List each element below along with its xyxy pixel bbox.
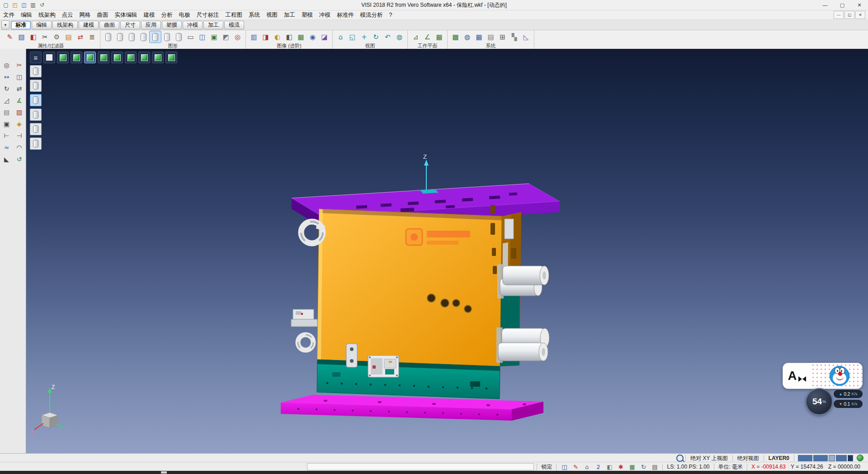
ribbon-icon-draft-check[interactable]: ▭ bbox=[185, 31, 196, 43]
view-icon-view-right[interactable] bbox=[98, 52, 109, 63]
ribbon-icon-filter-list[interactable]: ≣ bbox=[86, 31, 98, 43]
tool-icon-extend[interactable]: ⊣ bbox=[14, 130, 25, 141]
tab-standard[interactable]: 标准 bbox=[11, 21, 31, 29]
tool-icon-move[interactable]: ↔ bbox=[1, 71, 12, 82]
guide-cylinders-lower[interactable] bbox=[496, 327, 549, 363]
battery-percent-badge[interactable]: 54% bbox=[806, 388, 833, 415]
limit-strip[interactable] bbox=[346, 344, 357, 367]
status-icon-help-2[interactable]: 2 bbox=[594, 463, 602, 471]
tool-icon-chamfer[interactable]: ◣ bbox=[1, 154, 12, 165]
ribbon-icon-workplane-create[interactable]: ⊿ bbox=[410, 31, 421, 43]
viewport-canvas[interactable]: Z bbox=[0, 49, 868, 453]
ribbon-icon-shaded-edges[interactable] bbox=[150, 31, 161, 43]
style-icon-vp-style-5[interactable] bbox=[30, 123, 42, 135]
status-icon-save-status[interactable]: ◫ bbox=[560, 463, 568, 471]
menu-item-mold[interactable]: 塑模 bbox=[298, 11, 316, 19]
view-icon-view-front[interactable] bbox=[57, 52, 69, 63]
latch-assembly-left[interactable] bbox=[291, 309, 317, 350]
prompt-field[interactable] bbox=[307, 463, 534, 470]
color-swatch-swatch-1[interactable] bbox=[798, 455, 812, 461]
ribbon-icon-pan[interactable]: + bbox=[359, 31, 370, 43]
menu-item-file[interactable]: 文件 bbox=[0, 11, 18, 19]
layer-cell[interactable]: LAYER0 bbox=[764, 455, 794, 461]
mdi-close-button[interactable]: ✕ bbox=[855, 11, 865, 19]
ribbon-icon-filter-faces[interactable]: ▧ bbox=[16, 31, 27, 43]
ribbon-icon-filter-solids[interactable]: ◧ bbox=[28, 31, 39, 43]
ribbon-icon-dynamic-view[interactable]: ◍ bbox=[394, 31, 405, 43]
tool-icon-scale[interactable]: ◿ bbox=[1, 95, 12, 106]
ribbon-icon-workplane-align[interactable]: ∠ bbox=[422, 31, 433, 43]
view-icon-view-menu[interactable]: ≡ bbox=[30, 52, 42, 63]
tab-wireframe[interactable]: 线架构 bbox=[52, 21, 78, 29]
search-icon[interactable] bbox=[676, 455, 684, 462]
mold-bottom-plate[interactable] bbox=[281, 395, 543, 421]
mold-core-plate[interactable] bbox=[317, 360, 500, 399]
ribbon-icon-sys-calc[interactable]: ⊞ bbox=[497, 31, 508, 43]
viewport[interactable]: Z bbox=[0, 49, 868, 453]
ribbon-icon-wireframe-mode[interactable] bbox=[103, 31, 114, 43]
ribbon-icon-hidden-line[interactable] bbox=[114, 31, 126, 43]
tool-icon-attributes-tool[interactable]: ▨ bbox=[14, 107, 25, 118]
menu-item-mesh[interactable]: 网格 bbox=[76, 11, 94, 19]
style-icon-vp-style-6[interactable] bbox=[30, 137, 42, 150]
tab-flow[interactable]: 模流 bbox=[224, 21, 244, 29]
ribbon-icon-snapshot[interactable]: ◪ bbox=[319, 31, 330, 43]
status-icon-table-status[interactable]: ▤ bbox=[651, 463, 659, 471]
ribbon-icon-reflect[interactable]: ◎ bbox=[232, 31, 243, 43]
view-icon-view-iso-2[interactable] bbox=[138, 52, 150, 63]
qat-icon-plot[interactable]: ▥ bbox=[29, 1, 37, 9]
minimize-button[interactable]: — bbox=[816, 0, 834, 10]
status-icon-home-status[interactable]: ⌂ bbox=[583, 463, 591, 471]
ribbon-icon-zoom-window[interactable]: ◱ bbox=[347, 31, 358, 43]
menu-item-view[interactable]: 视图 bbox=[263, 11, 281, 19]
tab-dimension[interactable]: 尺寸 bbox=[120, 21, 140, 29]
tool-icon-copy[interactable]: ◫ bbox=[14, 71, 25, 82]
tool-icon-group[interactable]: ▣ bbox=[1, 118, 12, 129]
style-icon-vp-style-4[interactable] bbox=[30, 109, 42, 121]
menu-item-edit[interactable]: 编辑 bbox=[18, 11, 35, 19]
view-icon-view-left[interactable] bbox=[71, 52, 82, 63]
ribbon-icon-filter-layers[interactable]: ▤ bbox=[63, 31, 74, 43]
menu-item-help[interactable]: ? bbox=[386, 11, 396, 19]
tab-application[interactable]: 应用 bbox=[141, 21, 161, 29]
color-swatch-swatch-2[interactable] bbox=[813, 455, 828, 461]
tab-modeling[interactable]: 建模 bbox=[79, 21, 99, 29]
tab-edit[interactable]: 编辑 bbox=[32, 21, 52, 29]
ribbon-icon-zebra[interactable]: ◩ bbox=[220, 31, 231, 43]
ribbon-icon-flat-shade[interactable] bbox=[138, 31, 149, 43]
ribbon-icon-render[interactable]: ▥ bbox=[248, 31, 259, 43]
status-icon-solids-status[interactable]: ◧ bbox=[605, 463, 613, 471]
menu-item-point-cloud[interactable]: 点云 bbox=[59, 11, 76, 19]
tool-icon-erase[interactable]: ✂ bbox=[14, 60, 25, 71]
tool-icon-fillet[interactable]: ◠ bbox=[14, 142, 25, 153]
style-icon-vp-style-3[interactable] bbox=[30, 94, 42, 106]
qat-icon-save[interactable]: ◫ bbox=[20, 1, 28, 9]
menu-item-electrode[interactable]: 电极 bbox=[176, 11, 193, 19]
menu-item-dimension[interactable]: 尺寸标注 bbox=[193, 11, 222, 19]
ribbon-icon-sys-settings[interactable]: ▩ bbox=[450, 31, 461, 43]
ribbon-icon-sys-report[interactable]: ▤ bbox=[485, 31, 496, 43]
status-icon-refresh-status[interactable]: ↻ bbox=[639, 463, 647, 471]
view-icon-view-iso-4[interactable] bbox=[165, 52, 177, 63]
ribbon-icon-transparent[interactable] bbox=[161, 31, 173, 43]
tool-icon-trim[interactable]: ⊢ bbox=[1, 130, 12, 141]
qat-icon-new[interactable]: ▢ bbox=[2, 1, 10, 9]
color-swatch-swatch-5[interactable] bbox=[848, 455, 853, 461]
tab-overflow-button[interactable]: ▼ bbox=[1, 20, 9, 29]
ribbon-icon-attributes[interactable]: ✎ bbox=[4, 31, 15, 43]
lock-assembly-center[interactable] bbox=[368, 356, 399, 377]
maximize-button[interactable]: ▢ bbox=[834, 0, 851, 10]
close-button[interactable]: ✕ bbox=[851, 0, 868, 10]
tool-icon-layers-tool[interactable]: ▤ bbox=[1, 107, 12, 118]
ribbon-icon-materials[interactable]: ◨ bbox=[260, 31, 271, 43]
view-icon-view-iso[interactable] bbox=[84, 52, 96, 63]
view-icon-view-iso-3[interactable] bbox=[152, 52, 164, 63]
ribbon-icon-sys-globe[interactable]: ◍ bbox=[462, 31, 473, 43]
menu-item-system[interactable]: 系统 bbox=[245, 11, 263, 19]
view-icon-view-bottom[interactable] bbox=[125, 52, 137, 63]
tool-icon-undo-tool[interactable]: ↺ bbox=[14, 154, 25, 165]
menu-item-surface[interactable]: 曲面 bbox=[94, 11, 112, 19]
absolute-view-cell[interactable]: 绝对视图 bbox=[732, 455, 764, 461]
color-swatch-swatch-4[interactable] bbox=[836, 455, 847, 461]
ribbon-icon-filter-cut[interactable]: ✂ bbox=[39, 31, 51, 43]
